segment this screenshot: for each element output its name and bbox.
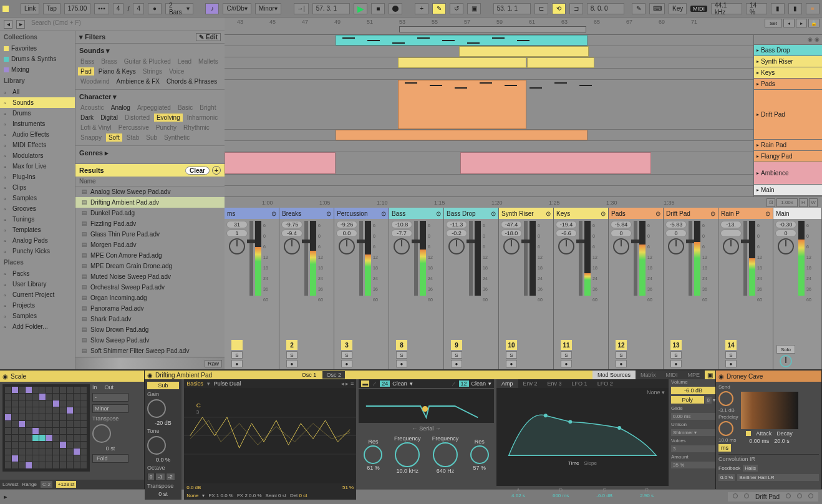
- result-item[interactable]: Fizzling Pad.adv: [75, 218, 225, 229]
- quantize-menu[interactable]: 2 Bars ▾: [165, 3, 193, 14]
- oscillator-display[interactable]: C 3: [184, 388, 356, 483]
- solo-button[interactable]: S: [286, 351, 297, 359]
- scale-aware-icon[interactable]: ♪: [205, 3, 219, 14]
- library-item[interactable]: ▫Analog Pads: [0, 235, 75, 246]
- zoom-fit-icon[interactable]: ⊡: [766, 198, 775, 207]
- filter-tag[interactable]: Lead: [175, 57, 194, 65]
- library-item[interactable]: ▫MIDI Effects: [0, 140, 75, 150]
- filter-tag[interactable]: Strings: [140, 67, 165, 75]
- filter-tag[interactable]: Evolving: [154, 114, 183, 122]
- gain-value[interactable]: 0.0: [336, 230, 357, 237]
- result-item[interactable]: Glass Thin Pure Pad.adv: [75, 229, 225, 240]
- adsr-param[interactable]: D600 ms: [553, 487, 569, 498]
- solo-button[interactable]: S: [725, 351, 737, 359]
- env-tab[interactable]: Env 2: [518, 379, 543, 388]
- search-input[interactable]: Search (Cmd + F): [29, 19, 221, 29]
- freq2-knob[interactable]: [433, 442, 458, 467]
- filter-tag[interactable]: Stab: [124, 133, 142, 142]
- results-name-column[interactable]: Name: [75, 177, 225, 187]
- filter-tag[interactable]: Sub: [143, 133, 160, 142]
- info-toggle-icon[interactable]: ▸: [4, 493, 7, 501]
- volume-fader[interactable]: [634, 221, 637, 296]
- pan-knob[interactable]: [503, 238, 520, 254]
- filter-tag[interactable]: Basic: [175, 104, 195, 112]
- main-pan-knob[interactable]: [778, 238, 794, 254]
- places-item[interactable]: ▫User Library: [0, 279, 75, 289]
- add-filter-button[interactable]: +: [212, 166, 221, 175]
- tempo-field[interactable]: 175.00: [64, 3, 91, 14]
- mixer-track-header[interactable]: Bass⊙: [389, 208, 443, 219]
- lowest-value[interactable]: C-2: [41, 481, 52, 488]
- adsr-param[interactable]: S-6.0 dB: [596, 487, 612, 498]
- track-activator[interactable]: 8: [396, 340, 407, 350]
- track-activator[interactable]: 14: [725, 340, 737, 350]
- track-fold-icon[interactable]: ▸: [757, 187, 759, 193]
- sounds-filter-title[interactable]: Sounds ▾: [78, 46, 222, 57]
- result-item[interactable]: Analog Slow Sweep Pad.adv: [75, 187, 225, 197]
- osc1-tab[interactable]: Osc 1: [298, 371, 321, 379]
- track-row[interactable]: [225, 152, 753, 175]
- result-item[interactable]: Dunkel Pad.adg: [75, 208, 225, 218]
- places-item[interactable]: ▫Add Folder...: [0, 321, 75, 332]
- result-item[interactable]: Drifting Ambient Pad.adv: [75, 197, 225, 208]
- poly-button[interactable]: Poly: [671, 396, 704, 404]
- volume-fader[interactable]: [414, 221, 418, 296]
- track-header[interactable]: ▸Main: [754, 185, 822, 196]
- track-activator[interactable]: 10: [506, 340, 517, 350]
- envelope-display[interactable]: None ▾ TimeSlope: [496, 388, 669, 486]
- link-button[interactable]: Link: [21, 3, 39, 14]
- gain-value[interactable]: [720, 230, 742, 237]
- cue-knob[interactable]: [780, 355, 792, 367]
- filter-tag[interactable]: Lofi & Vinyl: [78, 124, 114, 132]
- genres-filter-title[interactable]: Genres ▸: [78, 148, 222, 160]
- computer-midi-icon[interactable]: ⌨: [649, 3, 665, 14]
- overdub-icon[interactable]: +: [415, 3, 428, 14]
- draw-mode-icon[interactable]: ✎: [632, 3, 646, 14]
- library-item[interactable]: ▫Max for Live: [0, 161, 75, 172]
- clip[interactable]: [398, 57, 526, 68]
- device-power-icon[interactable]: ◉: [147, 372, 153, 379]
- filter-tag[interactable]: Brass: [99, 57, 120, 65]
- filter-tag[interactable]: Acoustic: [78, 104, 107, 112]
- filter-display[interactable]: [359, 389, 494, 423]
- track-activator[interactable]: 9: [451, 340, 462, 350]
- track-fold-icon[interactable]: ▸: [757, 142, 759, 148]
- track-activator[interactable]: 2: [286, 340, 297, 350]
- arrangement-position[interactable]: 57. 3. 1: [312, 3, 350, 14]
- volume-fader[interactable]: [359, 221, 363, 296]
- result-item[interactable]: Slow Drown Pad.adg: [75, 324, 225, 335]
- clip[interactable]: [398, 80, 526, 129]
- track-expand-icon[interactable]: ⊙: [436, 210, 441, 217]
- routing-menu[interactable]: Serial: [419, 425, 433, 432]
- arm-button[interactable]: ●: [561, 360, 572, 367]
- solo-button[interactable]: S: [231, 351, 243, 359]
- app-menu-icon[interactable]: [2, 6, 9, 12]
- mixer-track-header[interactable]: Rain P⊙: [718, 208, 773, 219]
- result-item[interactable]: Shark Pad.adv: [75, 314, 225, 324]
- punch-in-icon[interactable]: ⊏: [534, 3, 548, 14]
- amount-value[interactable]: 35 %: [671, 462, 715, 468]
- result-item[interactable]: Muted Noise Sweep Pad.adv: [75, 271, 225, 282]
- library-item[interactable]: ▫Modulators: [0, 150, 75, 161]
- filter-tag[interactable]: Synthetic: [162, 133, 192, 142]
- browser-back-button[interactable]: ◂: [4, 20, 12, 29]
- arm-button[interactable]: ●: [616, 360, 627, 367]
- result-item[interactable]: Orchestral Sweep Pad.adv: [75, 282, 225, 293]
- library-item[interactable]: ▫Plug-Ins: [0, 172, 75, 182]
- tap-button[interactable]: Tap: [43, 3, 60, 14]
- track-row[interactable]: [225, 69, 753, 80]
- filters-edit-button[interactable]: ✎ Edit: [196, 33, 221, 41]
- result-item[interactable]: MPE Con Amore Pad.adg: [75, 250, 225, 261]
- filter-tag[interactable]: Guitar & Plucked: [122, 57, 173, 65]
- library-item[interactable]: ▫Samples: [0, 193, 75, 203]
- record-button[interactable]: [389, 3, 402, 14]
- next-marker-button[interactable]: ▸: [796, 19, 807, 27]
- clear-filters-button[interactable]: Clear: [185, 167, 210, 175]
- filter1-slope[interactable]: 24: [380, 380, 390, 387]
- library-item[interactable]: ▫All: [0, 87, 75, 97]
- track-fold-icon[interactable]: ▸: [757, 170, 759, 176]
- gain-value[interactable]: -6.6: [556, 230, 577, 237]
- library-item[interactable]: ▫Grooves: [0, 203, 75, 214]
- filter-tag[interactable]: Analog: [109, 104, 133, 112]
- solo-button[interactable]: S: [341, 351, 352, 359]
